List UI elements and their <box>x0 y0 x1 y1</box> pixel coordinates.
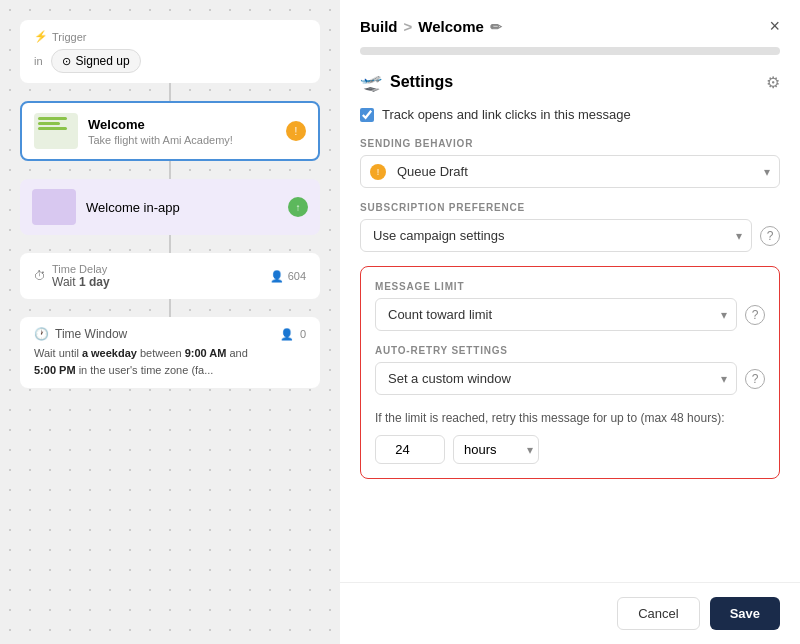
thumb-line-3 <box>38 127 67 130</box>
window-start: 9:00 AM <box>185 347 227 359</box>
delay-clock-icon: ⏱ <box>34 269 46 283</box>
sending-behavior-row: ! Queue Draft ▾ <box>360 155 780 188</box>
time-window-node[interactable]: 🕐 Time Window 👤 0 Wait until a weekday b… <box>20 317 320 388</box>
window-count-value: 0 <box>300 328 306 340</box>
connector-1 <box>169 83 171 101</box>
welcome-badge: ! <box>286 121 306 141</box>
window-prefix: Wait until <box>34 347 82 359</box>
settings-paper-icon: 🛫 <box>360 71 382 93</box>
delay-label: Time Delay <box>52 263 110 275</box>
window-weekday: a weekday <box>82 347 137 359</box>
inapp-badge-icon: ↑ <box>296 202 301 213</box>
badge-icon: ! <box>295 126 298 137</box>
signed-up-icon: ⊙ <box>62 55 71 68</box>
trigger-lightning-icon: ⚡ <box>34 30 48 43</box>
settings-content: 🛫 Settings ⚙ Track opens and link clicks… <box>340 55 800 582</box>
save-button[interactable]: Save <box>710 597 780 630</box>
breadcrumb-root: Build <box>360 18 398 35</box>
breadcrumb: Build > Welcome ✏ <box>360 18 502 35</box>
window-title-text: Time Window <box>55 327 127 341</box>
subscription-select[interactable]: Use campaign settings <box>360 219 752 252</box>
queue-draft-wrapper: ! Queue Draft ▾ <box>360 155 780 188</box>
close-icon[interactable]: × <box>769 16 780 37</box>
subscription-label: SUBSCRIPTION PREFERENCE <box>360 202 780 213</box>
message-limit-select[interactable]: Count toward limit <box>375 298 737 331</box>
workflow-panel: ⚡ Trigger in ⊙ Signed up Welcome Take f <box>0 0 340 644</box>
message-limit-box: MESSAGE LIMIT Count toward limit ▾ ? AUT… <box>360 266 780 479</box>
progress-bar-container: Shop our course catalog <box>340 37 800 55</box>
signed-up-badge[interactable]: ⊙ Signed up <box>51 49 141 73</box>
welcome-node[interactable]: Welcome Take flight with Ami Academy! ! <box>20 101 320 161</box>
queue-draft-icon: ! <box>370 164 386 180</box>
window-clock-icon: 🕐 <box>34 327 49 341</box>
thumb-line-2 <box>38 122 60 125</box>
trigger-node[interactable]: ⚡ Trigger in ⊙ Signed up <box>20 20 320 83</box>
delay-count: 👤 604 <box>270 270 306 283</box>
settings-panel: Build > Welcome ✏ × Shop our course cata… <box>340 0 800 644</box>
window-suffix: in the user's time zone (fa... <box>76 364 214 376</box>
subscription-wrapper: Use campaign settings ▾ <box>360 219 752 252</box>
subscription-row: Use campaign settings ▾ ? <box>360 219 780 252</box>
message-limit-help-icon[interactable]: ? <box>745 305 765 325</box>
message-limit-label: MESSAGE LIMIT <box>375 281 765 292</box>
panel-header: Build > Welcome ✏ × <box>340 0 800 37</box>
delay-wait-text: Wait <box>52 275 76 289</box>
delay-count-value: 604 <box>288 270 306 282</box>
welcome-inapp-node[interactable]: Welcome in-app ↑ <box>20 179 320 235</box>
settings-title-row: 🛫 Settings <box>360 71 453 93</box>
breadcrumb-page: Welcome <box>418 18 484 35</box>
trigger-label-text: Trigger <box>52 31 86 43</box>
hours-select[interactable]: hours minutes <box>453 435 539 464</box>
window-end: 5:00 PM <box>34 364 76 376</box>
settings-header: 🛫 Settings ⚙ <box>360 71 780 93</box>
window-between: between <box>137 347 185 359</box>
connector-2 <box>169 161 171 179</box>
auto-retry-help-icon[interactable]: ? <box>745 369 765 389</box>
inapp-thumbnail <box>32 189 76 225</box>
hours-input[interactable] <box>375 435 445 464</box>
settings-title-text: Settings <box>390 73 453 91</box>
auto-retry-label: AUTO-RETRY SETTINGS <box>375 345 765 356</box>
settings-gear-icon[interactable]: ⚙ <box>766 73 780 92</box>
track-checkbox[interactable] <box>360 108 374 122</box>
in-label: in <box>34 55 43 67</box>
inapp-badge: ↑ <box>288 197 308 217</box>
window-description: Wait until a weekday between 9:00 AM and… <box>34 345 306 378</box>
edit-icon[interactable]: ✏ <box>490 19 502 35</box>
welcome-title: Welcome <box>88 117 276 132</box>
welcome-thumbnail <box>34 113 78 149</box>
window-count-icon: 👤 <box>280 328 294 341</box>
inapp-info: Welcome in-app <box>86 198 278 216</box>
auto-retry-wrapper: Set a custom window ▾ <box>375 362 737 395</box>
subscription-help-icon[interactable]: ? <box>760 226 780 246</box>
track-checkbox-label: Track opens and link clicks in this mess… <box>382 107 631 122</box>
welcome-info: Welcome Take flight with Ami Academy! <box>88 117 276 146</box>
delay-value: 1 day <box>79 275 110 289</box>
signed-up-text: Signed up <box>76 54 130 68</box>
message-limit-row: Count toward limit ▾ ? <box>375 298 765 331</box>
thumb-line-1 <box>38 117 67 120</box>
connector-3 <box>169 235 171 253</box>
breadcrumb-separator: > <box>404 18 413 35</box>
inapp-title: Welcome in-app <box>86 200 180 215</box>
welcome-subtitle: Take flight with Ami Academy! <box>88 134 276 146</box>
progress-bar-track: Shop our course catalog <box>360 47 780 55</box>
auto-retry-select[interactable]: Set a custom window <box>375 362 737 395</box>
message-limit-wrapper: Count toward limit ▾ <box>375 298 737 331</box>
delay-desc: Wait 1 day <box>52 275 110 289</box>
track-checkbox-row: Track opens and link clicks in this mess… <box>360 107 780 122</box>
connector-4 <box>169 299 171 317</box>
time-delay-node[interactable]: ⏱ Time Delay Wait 1 day 👤 604 <box>20 253 320 299</box>
window-and: and <box>226 347 247 359</box>
delay-count-icon: 👤 <box>270 270 284 283</box>
auto-retry-row: Set a custom window ▾ ? <box>375 362 765 395</box>
retry-info-text: If the limit is reached, retry this mess… <box>375 409 765 427</box>
sending-behavior-label: SENDING BEHAVIOR <box>360 138 780 149</box>
hours-row: hours minutes ▾ <box>375 435 765 464</box>
cancel-button[interactable]: Cancel <box>617 597 699 630</box>
panel-footer: Cancel Save <box>340 582 800 644</box>
hours-select-wrapper: hours minutes ▾ <box>453 435 539 464</box>
queue-icon-letter: ! <box>377 167 380 177</box>
sending-behavior-select[interactable]: Queue Draft <box>360 155 780 188</box>
